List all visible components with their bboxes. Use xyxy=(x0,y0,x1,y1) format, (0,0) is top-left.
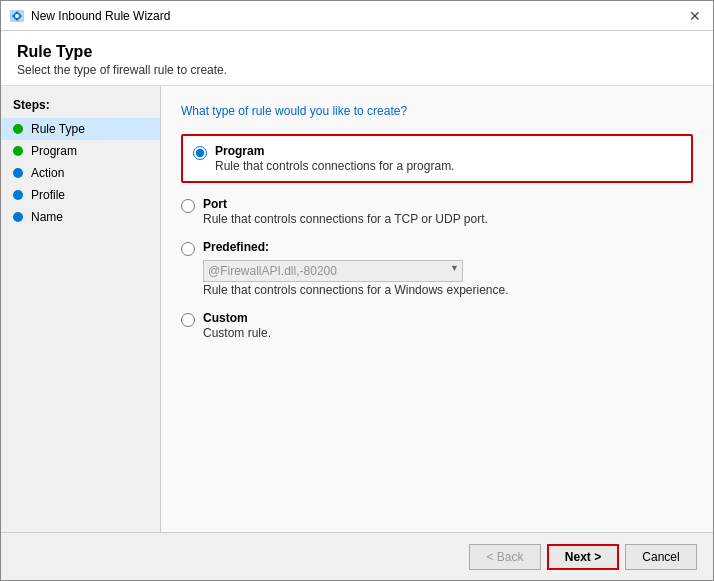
option-port-group: Port Rule that controls connections for … xyxy=(181,197,693,226)
option-custom-desc: Custom rule. xyxy=(203,326,271,340)
option-predefined-content: Predefined: @FirewallAPI.dll,-80200 Rule… xyxy=(203,240,509,297)
next-button[interactable]: Next > xyxy=(547,544,619,570)
step-dot-profile xyxy=(13,190,23,200)
program-option-box: Program Rule that controls connections f… xyxy=(181,134,693,183)
cancel-button[interactable]: Cancel xyxy=(625,544,697,570)
option-program-desc: Rule that controls connections for a pro… xyxy=(215,159,454,173)
sidebar-label-name: Name xyxy=(31,210,63,224)
sidebar-item-action[interactable]: Action xyxy=(1,162,160,184)
footer: < Back Next > Cancel xyxy=(1,532,713,580)
sidebar-label-program: Program xyxy=(31,144,77,158)
question-text: What type of rule would you like to crea… xyxy=(181,104,693,118)
sidebar-label-profile: Profile xyxy=(31,188,65,202)
sidebar: Steps: Rule Type Program Action Profile … xyxy=(1,86,161,532)
option-custom-group: Custom Custom rule. xyxy=(181,311,693,340)
option-custom-row: Custom Custom rule. xyxy=(181,311,693,340)
step-dot-name xyxy=(13,212,23,222)
radio-predefined[interactable] xyxy=(181,242,195,256)
option-port-content: Port Rule that controls connections for … xyxy=(203,197,488,226)
option-port-row: Port Rule that controls connections for … xyxy=(181,197,693,226)
sidebar-item-name[interactable]: Name xyxy=(1,206,160,228)
sidebar-item-profile[interactable]: Profile xyxy=(1,184,160,206)
content-area: Steps: Rule Type Program Action Profile … xyxy=(1,86,713,532)
option-predefined-group: Predefined: @FirewallAPI.dll,-80200 Rule… xyxy=(181,240,693,297)
sidebar-label-rule-type: Rule Type xyxy=(31,122,85,136)
predefined-select[interactable]: @FirewallAPI.dll,-80200 xyxy=(203,260,463,282)
option-port-label: Port xyxy=(203,197,488,211)
svg-point-1 xyxy=(15,14,19,18)
back-button[interactable]: < Back xyxy=(469,544,541,570)
predefined-dropdown: @FirewallAPI.dll,-80200 xyxy=(203,260,509,282)
option-port-desc: Rule that controls connections for a TCP… xyxy=(203,212,488,226)
step-dot-action xyxy=(13,168,23,178)
option-custom-content: Custom Custom rule. xyxy=(203,311,271,340)
page-title: Rule Type xyxy=(17,43,697,61)
sidebar-item-rule-type[interactable]: Rule Type xyxy=(1,118,160,140)
wizard-window: New Inbound Rule Wizard ✕ Rule Type Sele… xyxy=(0,0,714,581)
radio-program[interactable] xyxy=(193,146,207,160)
step-dot-rule-type xyxy=(13,124,23,134)
page-header: Rule Type Select the type of firewall ru… xyxy=(1,31,713,86)
option-program-label: Program xyxy=(215,144,454,158)
predefined-select-wrapper: @FirewallAPI.dll,-80200 xyxy=(203,260,463,282)
sidebar-label-action: Action xyxy=(31,166,64,180)
option-predefined-desc: Rule that controls connections for a Win… xyxy=(203,283,509,297)
steps-label: Steps: xyxy=(1,98,160,118)
option-predefined-label: Predefined: xyxy=(203,240,509,254)
titlebar-icon xyxy=(9,8,25,24)
option-custom-label: Custom xyxy=(203,311,271,325)
titlebar-title: New Inbound Rule Wizard xyxy=(31,9,685,23)
sidebar-item-program[interactable]: Program xyxy=(1,140,160,162)
page-subtitle: Select the type of firewall rule to crea… xyxy=(17,63,697,77)
main-panel: What type of rule would you like to crea… xyxy=(161,86,713,532)
close-button[interactable]: ✕ xyxy=(685,6,705,26)
option-program-content: Program Rule that controls connections f… xyxy=(215,144,454,173)
titlebar: New Inbound Rule Wizard ✕ xyxy=(1,1,713,31)
radio-custom[interactable] xyxy=(181,313,195,327)
option-predefined-row: Predefined: @FirewallAPI.dll,-80200 Rule… xyxy=(181,240,693,297)
option-program-row: Program Rule that controls connections f… xyxy=(193,144,681,173)
radio-port[interactable] xyxy=(181,199,195,213)
step-dot-program xyxy=(13,146,23,156)
